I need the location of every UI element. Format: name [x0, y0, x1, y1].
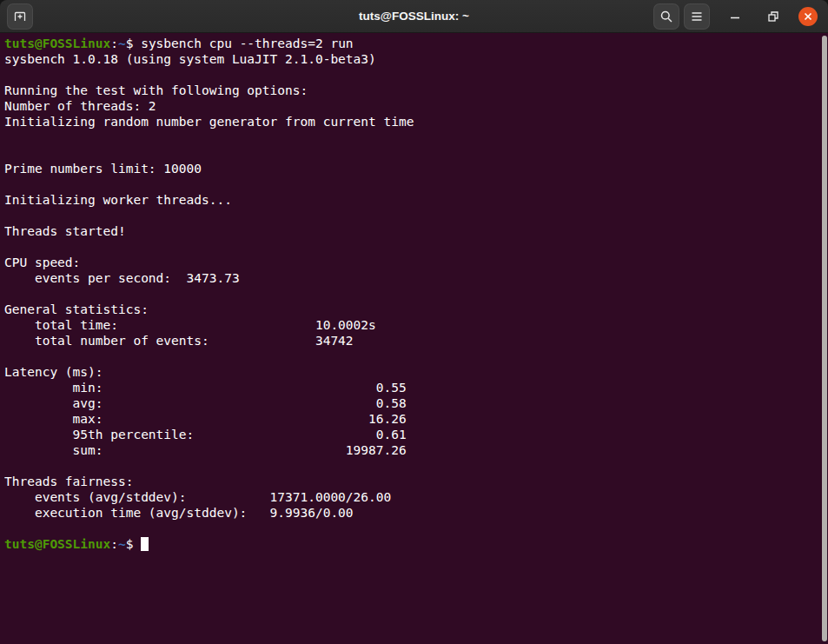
close-icon: [798, 7, 818, 26]
terminal-cursor: [141, 537, 149, 551]
terminal-screen[interactable]: tuts@FOSSLinux:~$ sysbench cpu --threads…: [0, 33, 828, 644]
minimize-button[interactable]: [722, 3, 748, 30]
close-button[interactable]: [795, 3, 821, 30]
new-tab-button[interactable]: [7, 3, 33, 30]
menu-button[interactable]: [684, 3, 710, 30]
search-button[interactable]: [653, 3, 679, 30]
terminal-output: tuts@FOSSLinux:~$ sysbench cpu --threads…: [4, 36, 819, 552]
new-tab-icon: [13, 10, 27, 23]
terminal-window: tuts@FOSSLinux: ~: [0, 0, 828, 644]
titlebar: tuts@FOSSLinux: ~: [0, 0, 828, 33]
restore-button[interactable]: [760, 3, 786, 30]
hamburger-menu-icon: [690, 10, 704, 23]
titlebar-controls: [649, 3, 821, 30]
restore-icon: [766, 10, 780, 23]
scrollbar-thumb[interactable]: [822, 36, 827, 641]
minimize-icon: [728, 10, 742, 23]
search-icon: [659, 10, 673, 23]
